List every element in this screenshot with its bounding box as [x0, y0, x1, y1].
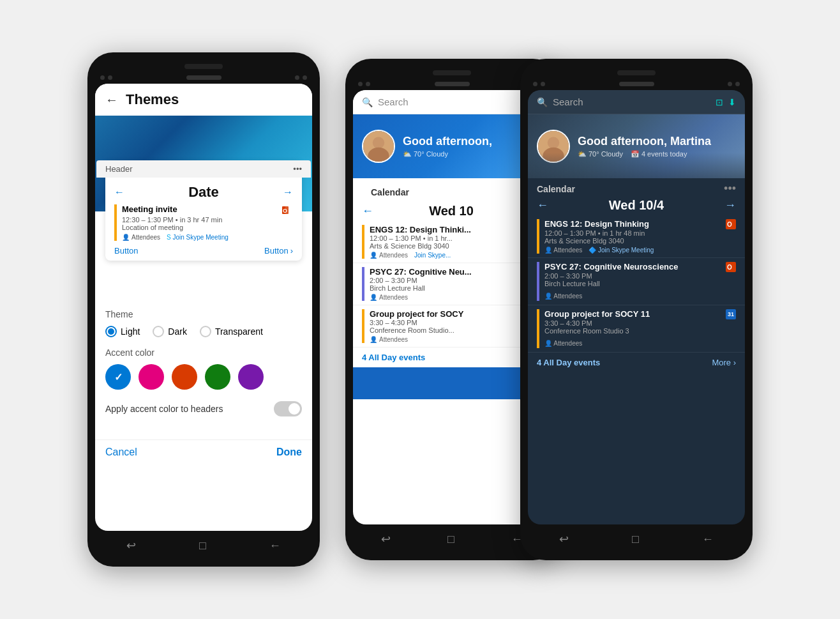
dark-event-3-loc: Conference Room Studio 3 [544, 327, 736, 335]
avatar-image [363, 131, 394, 162]
search-icon-dark: 🔍 [537, 97, 548, 107]
dark-greeting-title: Good afternoon, Martina [578, 135, 711, 148]
preview-card-header: Header ••• [96, 160, 311, 178]
dark-event-1-loc: Arts & Science Bldg 3040 [544, 237, 736, 245]
theme-light-option[interactable]: Light [105, 326, 140, 337]
event-2-attendees: 👤 Attendees [370, 294, 408, 301]
nav-back-icon[interactable]: ↩ [381, 532, 391, 546]
theme-dark-option[interactable]: Dark [153, 326, 187, 337]
dark-next-date[interactable]: → [724, 199, 736, 212]
theme-transparent-option[interactable]: Transparent [200, 326, 263, 337]
phone-3-calendar-dark: 🔍 Search ⊡ ⬇ [520, 59, 753, 560]
dark-prev-date[interactable]: ← [537, 199, 548, 212]
dark-more-link[interactable]: More › [712, 358, 736, 367]
apply-headers-label: Apply accent color to headers [105, 404, 223, 414]
accent-purple[interactable] [238, 364, 264, 390]
event-1-loc: Arts & Science Bldg 3040 [370, 242, 542, 250]
search-input[interactable]: Search [378, 96, 542, 107]
themes-settings-panel: Theme Light Dark Transparent Accent co [95, 299, 312, 439]
dark-all-day-events[interactable]: 4 All Day events [537, 358, 600, 367]
dark-radio[interactable] [153, 326, 164, 337]
event-bar-3: Group project for SOCY 3:30 – 4:30 PM Co… [362, 309, 542, 343]
event-1-title: ENGS 12: Design Thinki... [370, 225, 471, 234]
office-icon-1: O [726, 219, 736, 229]
event-1-time: 12:00 – 1:30 PM • in 1 hr... [370, 234, 542, 242]
event-1-attendees: 👤 Attendees [370, 252, 408, 259]
themes-app-header: ← Themes [95, 84, 312, 116]
dark-all-day-row: 4 All Day events More › [528, 353, 745, 372]
accent-blue[interactable] [105, 364, 131, 390]
button-right[interactable]: Button › [264, 246, 293, 256]
accent-color-label: Accent color [105, 348, 302, 358]
cancel-button[interactable]: Cancel [105, 447, 137, 458]
attendees-link: 👤 Attendees [122, 234, 160, 241]
themes-title: Themes [126, 91, 179, 108]
accent-orange[interactable] [172, 364, 197, 390]
dark-calendar-label: Calendar [537, 184, 575, 194]
meeting-item: Meeting invite O 12:30 – 1:30 PM • in 3 … [114, 204, 293, 241]
dark-search-input[interactable]: Search [553, 96, 716, 107]
theme-label: Theme [105, 309, 302, 319]
event-3-time: 3:30 – 4:30 PM [370, 319, 542, 326]
accent-pink[interactable] [139, 364, 164, 390]
phone-nav-bar: ↩ □ ← [95, 531, 312, 555]
svg-text:O: O [727, 264, 732, 271]
themes-screen: ← Themes Header ••• ← Date → Meeting inv… [95, 84, 312, 531]
dark-event-2-attendees: 👤 Attendees [544, 293, 582, 300]
dark-event-3-time: 3:30 – 4:30 PM [544, 319, 736, 327]
apply-headers-toggle[interactable] [274, 401, 302, 416]
light-radio[interactable] [105, 326, 117, 337]
phone-1-themes: ← Themes Header ••• ← Date → Meeting inv… [87, 52, 320, 567]
header-label: Header [105, 164, 133, 174]
dark-event-3: Group project for SOCY 11 31 3:30 – 4:30… [528, 305, 745, 353]
done-button[interactable]: Done [276, 447, 302, 458]
transparent-radio[interactable] [200, 326, 211, 337]
dark-event-2-time: 2:00 – 3:30 PM [544, 272, 736, 280]
nav-back-icon[interactable]: ↩ [559, 532, 569, 546]
phones-right-group: 🔍 Search Good afternoon, [345, 59, 753, 560]
next-date-button[interactable]: → [283, 187, 293, 198]
dark-event-1-attendees: 👤 Attendees [544, 247, 582, 254]
dark-more-menu[interactable]: ••• [724, 182, 736, 195]
greeting-text: Good afternoon, ⛅ 70° Cloudy [403, 135, 492, 158]
event-2-title: PSYC 27: Cognitive Neu... [370, 267, 542, 277]
event-1-skype[interactable]: Join Skype... [414, 252, 451, 259]
nav-home-icon[interactable]: □ [199, 539, 206, 553]
date-label: Date [188, 184, 219, 201]
dark-event-2: PSYC 27: Cognitive Neuroscience O 2:00 –… [528, 258, 745, 305]
dark-event-bar-3: Group project for SOCY 11 31 3:30 – 4:30… [537, 309, 736, 348]
accent-green[interactable] [205, 364, 230, 390]
dark-event-1-skype[interactable]: 🔷 Join Skype Meeting [589, 247, 654, 254]
dark-event-2-loc: Birch Lecture Hall [544, 280, 736, 287]
header-icon-2[interactable]: ⬇ [728, 97, 736, 107]
dark-event-1-title: ENGS 12: Design Thinking [544, 219, 649, 229]
event-3-loc: Conference Room Studio... [370, 326, 542, 334]
prev-date[interactable]: ← [362, 204, 373, 218]
skype-link[interactable]: S Join Skype Meeting [167, 234, 229, 241]
greeting-subtitle: ⛅ 70° Cloudy [403, 150, 492, 158]
apply-headers-row: Apply accent color to headers [105, 401, 302, 416]
search-icon: 🔍 [362, 97, 373, 107]
event-bar-2: PSYC 27: Cognitive Neu... 2:00 – 3:30 PM… [362, 267, 542, 301]
svg-text:O: O [283, 208, 287, 214]
event-bar-1: ENGS 12: Design Thinki... 12:00 – 1:30 P… [362, 225, 542, 259]
nav-recent-icon[interactable]: ← [269, 539, 281, 553]
transparent-label: Transparent [215, 326, 263, 337]
svg-point-7 [548, 137, 559, 148]
back-button[interactable]: ← [105, 93, 118, 107]
nav-recent-icon[interactable]: ← [702, 533, 714, 546]
calendar-icon-31: 31 [726, 309, 736, 319]
nav-home-icon[interactable]: □ [632, 533, 639, 546]
dark-label: Dark [168, 326, 187, 337]
nav-back-icon[interactable]: ↩ [126, 539, 136, 553]
prev-date-button[interactable]: ← [114, 187, 124, 198]
greeting-title: Good afternoon, [403, 135, 492, 148]
button-left[interactable]: Button [114, 246, 139, 256]
dark-event-2-title: PSYC 27: Cognitive Neuroscience [544, 262, 679, 271]
meeting-title: Meeting invite [122, 204, 177, 214]
calendar-dark-screen: 🔍 Search ⊡ ⬇ [528, 90, 745, 524]
dark-date-nav: ← Wed 10/4 → [528, 195, 745, 215]
more-icon[interactable]: ••• [293, 164, 302, 174]
header-icon-1[interactable]: ⊡ [716, 97, 723, 107]
nav-home-icon[interactable]: □ [447, 533, 454, 546]
